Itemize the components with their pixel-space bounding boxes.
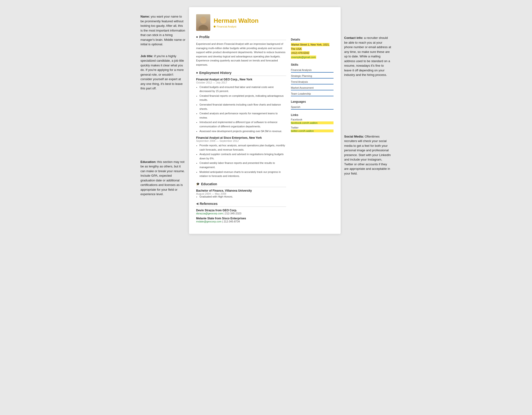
bullet-item: Generated financial statements including… — [200, 103, 286, 111]
resume-body: ■ Profile Experienced and driven Financi… — [196, 35, 333, 227]
social-annotation: Social Media: Oftentimes recruiters will… — [344, 134, 391, 176]
employment-label: Employment History — [199, 71, 231, 75]
bullet-item: Created financial reports on completed p… — [200, 94, 286, 102]
references-icon: ◀ — [196, 202, 198, 205]
ref-phone-2: 212-345-8734 — [224, 220, 240, 223]
resume-left-column: ■ Profile Experienced and driven Financi… — [196, 35, 286, 227]
skills-section-title: Skills — [291, 63, 333, 66]
address-highlighted: Market Street 1, New York, 1021, The USA — [291, 43, 330, 50]
profile-label: Profile — [199, 35, 210, 39]
job-dates-2: September 2008 — September 2012 — [196, 139, 286, 142]
social-anno-bold: Social Media: — [344, 135, 364, 138]
job-dates-1: October 2012 — July 2017 — [196, 81, 286, 84]
skill-item-3: Trend Analysis — [291, 80, 333, 84]
education-section: 🎓 Education Bachelor of Finance, Villano… — [196, 182, 286, 198]
job-block-2: Financial Analyst at Sisco Enterprises, … — [196, 136, 286, 178]
svg-point-0 — [200, 17, 206, 24]
details-address: Market Street 1, New York, 1021, The USA — [291, 43, 333, 51]
edu-anno-bold: Education: — [141, 160, 156, 164]
education-annotation: Education: this section may not be as le… — [141, 160, 185, 197]
link-platform-2: Twitter — [291, 126, 333, 129]
links-section-title: Links — [291, 113, 333, 117]
resume-name: Herman Walton — [214, 17, 259, 24]
skill-item-2: Strategic Planning — [291, 74, 333, 79]
details-phone: (412) 479-6342 — [291, 51, 333, 55]
profile-section: ■ Profile Experienced and driven Financi… — [196, 35, 286, 67]
contact-annotation: Contact info: a recruiter should be able… — [344, 36, 391, 77]
profile-icon: ■ — [196, 35, 198, 39]
phone-highlighted: (412) 479-6342 — [291, 51, 310, 55]
references-label: References — [200, 202, 218, 206]
bullet-item: Created budgets and ensured that labor a… — [200, 85, 286, 93]
email-highlighted: example@gmail.com — [291, 56, 316, 59]
references-section-title: ◀ References — [196, 202, 286, 207]
ref-email-2: mslate@geocorp.com — [196, 220, 221, 223]
employment-section-title: ■ Employment History — [196, 71, 286, 76]
right-annotations: Contact info: a recruiter should be able… — [341, 7, 395, 190]
bullet-item: Created analysis and perfomance reports … — [200, 111, 286, 120]
edu-detail-item: Graduated with High Honors. — [200, 195, 286, 198]
job-block-1: Financial Analyst at GEO Corp., New York… — [196, 78, 286, 134]
skill-item-1: Financial Analysis — [291, 68, 333, 73]
ref-contact-1: dsrazza@geocorp.com | 212-345-2323 — [196, 212, 286, 215]
details-email: example@gmail.com — [291, 55, 333, 59]
resume-title: Financial Analyst — [214, 25, 259, 28]
job-title-1: Financial Analyst at GEO Corp., New York — [196, 78, 286, 81]
skill-item-4: Market Assessment — [291, 86, 333, 90]
links-section: Links Facebook facebook.com/h.walton Twi… — [291, 113, 333, 132]
bullet-item: Assessed new development projects genera… — [200, 129, 286, 134]
education-label: Education — [201, 182, 217, 186]
edu-detail: Graduated with High Honors. — [196, 195, 286, 198]
job-anno-bold: Job title: — [141, 54, 153, 58]
job-bullets-1: Created budgets and ensured that labor a… — [196, 85, 286, 134]
ref-block-1: Devin Strazza from GEO Corp. dsrazza@geo… — [196, 209, 286, 215]
link-url-2: twitter.com/h.walton — [291, 129, 333, 132]
employment-section: ■ Employment History Financial Analyst a… — [196, 71, 286, 178]
page-container: Name: you want your name to be prominent… — [124, 7, 408, 234]
ref-name-2: Melanie Slate from Sisco Enterprises — [196, 217, 286, 220]
contact-anno-text: a recruiter should be able to reach you … — [344, 36, 391, 77]
edu-block-1: Bachelor of Finance, Villanova Universit… — [196, 189, 286, 198]
job-title-annotation: Job title: if you're a highly specialize… — [141, 54, 185, 91]
job-anno-text: if you're a highly specialized candidate… — [141, 54, 184, 90]
ref-contact-2: mslate@geocorp.com | 212-345-8734 — [196, 220, 286, 223]
education-section-title: 🎓 Education — [196, 182, 286, 187]
ref-name-1: Devin Strazza from GEO Corp. — [196, 209, 286, 212]
avatar — [196, 14, 210, 31]
title-dot-icon — [214, 26, 216, 28]
skills-section: Skills Financial Analysis Strategic Plan… — [291, 63, 333, 96]
employment-icon: ■ — [196, 71, 198, 74]
profile-text: Experienced and driven Financial Analyst… — [196, 42, 286, 67]
resume-right-column: Details Market Street 1, New York, 1021,… — [291, 35, 333, 227]
details-section: Details Market Street 1, New York, 1021,… — [291, 38, 333, 59]
name-annotation: Name: you want your name to be prominent… — [141, 14, 185, 47]
name-anno-bold: Name: — [141, 15, 150, 18]
resume-title-text: Financial Analyst — [217, 25, 236, 28]
languages-section-title: Languages — [291, 100, 333, 103]
profile-section-title: ■ Profile — [196, 35, 286, 40]
resume-card: Herman Walton Financial Analyst ■ Profil… — [189, 7, 341, 234]
references-section: ◀ References Devin Strazza from GEO Corp… — [196, 202, 286, 223]
details-section-title: Details — [291, 38, 333, 41]
ref-block-2: Melanie Slate from Sisco Enterprises msl… — [196, 217, 286, 223]
contact-anno-bold: Contact info: — [344, 36, 363, 40]
edu-degree: Bachelor of Finance, Villanova Universit… — [196, 189, 286, 192]
edu-anno-text: this section may not be as lengthy as ot… — [141, 160, 185, 196]
ref-phone-1: 212-345-2323 — [225, 212, 241, 215]
skill-item-5: Team Leadership — [291, 91, 333, 96]
bullet-item: Introduced and implemented a different t… — [200, 120, 286, 128]
left-annotations: Name: you want your name to be prominent… — [137, 7, 189, 207]
link-url-1: facebook.com/h.walton — [291, 121, 333, 124]
job-title-2: Financial Analyst at Sisco Enterprises, … — [196, 136, 286, 139]
name-anno-text: you want your name to be prominently fea… — [141, 15, 185, 46]
bullet-item: Provide reports, ad-hoc analysis, annual… — [200, 143, 286, 152]
language-item-1: Spanish — [291, 105, 333, 109]
resume-header: Herman Walton Financial Analyst — [196, 14, 333, 31]
bullet-item: Analyzed supplier contracts and advised … — [200, 152, 286, 160]
link-platform-1: Facebook — [291, 118, 333, 121]
bullet-item: Modeled anticipated revenue charts to ac… — [200, 170, 286, 178]
svg-point-1 — [199, 25, 208, 30]
edu-dates: August 2004 — May 2008 — [196, 192, 286, 195]
ref-email-1: dsrazza@geocorp.com — [196, 212, 223, 215]
languages-section: Languages Spanish — [291, 100, 333, 109]
